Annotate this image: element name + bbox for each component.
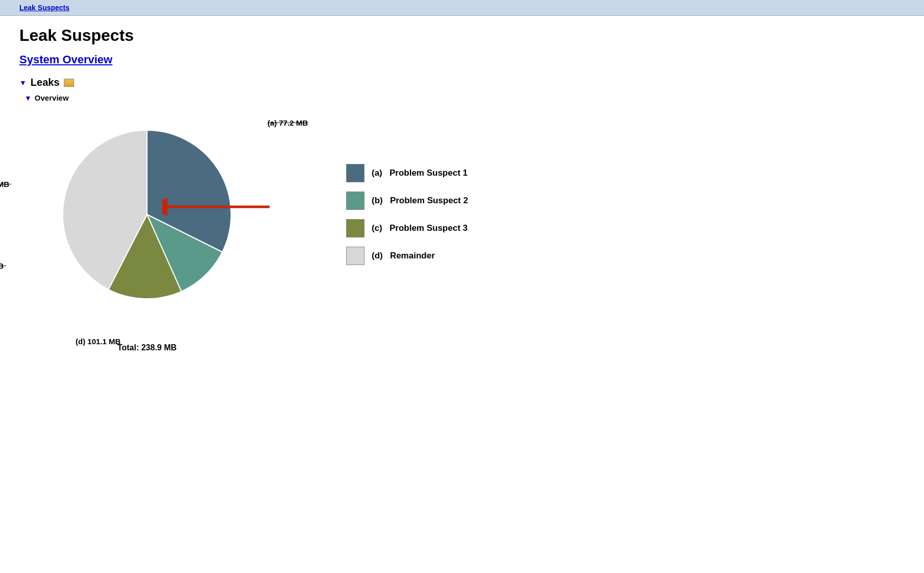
legend-color-d — [346, 247, 364, 265]
page-title: Leak Suspects — [19, 26, 905, 45]
system-overview-link[interactable]: System Overview — [19, 53, 905, 66]
overview-triangle-icon[interactable]: ▼ — [25, 94, 32, 102]
breadcrumb-link[interactable]: Leak Suspects — [19, 4, 69, 12]
legend-item-b: (b) Problem Suspect 2 — [346, 192, 468, 210]
total-label: Total: 238.9 MB — [117, 343, 177, 352]
main-content: Leak Suspects System Overview ▼ Leaks ▼ … — [0, 16, 924, 322]
leaks-section-header: ▼ Leaks — [19, 77, 905, 88]
legend-item-a: (a) Problem Suspect 1 — [346, 164, 468, 182]
overview-subsection-title: Overview — [35, 93, 69, 102]
label-d: (d) 101.1 MB — [76, 337, 120, 346]
arrow-container — [162, 197, 244, 212]
label-a: (a) 77.2 MB — [268, 118, 308, 127]
legend-label-c: (c) Problem Suspect 3 — [372, 223, 468, 233]
legend-label-a: (a) Problem Suspect 1 — [372, 168, 468, 178]
legend-item-d: (d) Remainder — [346, 247, 468, 265]
label-a-container: (a) 77.2 MB — [268, 123, 310, 123]
overview-subsection-header: ▼ Overview — [25, 93, 905, 102]
leaks-section-title: Leaks — [31, 77, 60, 88]
label-b-container: (b) 26.3 MB — [0, 184, 11, 184]
arrow-svg — [162, 197, 275, 217]
legend-label-d: (d) Remainder — [372, 251, 435, 261]
legend-label-b: (b) Problem Suspect 2 — [372, 196, 468, 206]
legend-color-c — [346, 219, 364, 237]
total-label-container: Total: 238.9 MB — [117, 343, 177, 352]
label-c-container: (c) 34.2 MB — [0, 266, 6, 266]
label-c: (c) 34.2 MB — [0, 261, 4, 270]
label-b: (b) 26.3 MB — [0, 180, 9, 188]
table-icon — [64, 79, 74, 87]
legend-item-c: (c) Problem Suspect 3 — [346, 219, 468, 237]
legend-color-b — [346, 192, 364, 210]
pie-chart-container: (a) 77.2 MB (b) 26.3 MB (c) 34.2 MB (d) … — [50, 117, 244, 312]
legend: (a) Problem Suspect 1 (b) Problem Suspec… — [346, 164, 468, 265]
legend-color-a — [346, 164, 364, 182]
breadcrumb-bar: Leak Suspects — [0, 0, 924, 16]
leaks-triangle-icon[interactable]: ▼ — [19, 79, 27, 87]
chart-area: (a) 77.2 MB (b) 26.3 MB (c) 34.2 MB (d) … — [50, 117, 905, 312]
